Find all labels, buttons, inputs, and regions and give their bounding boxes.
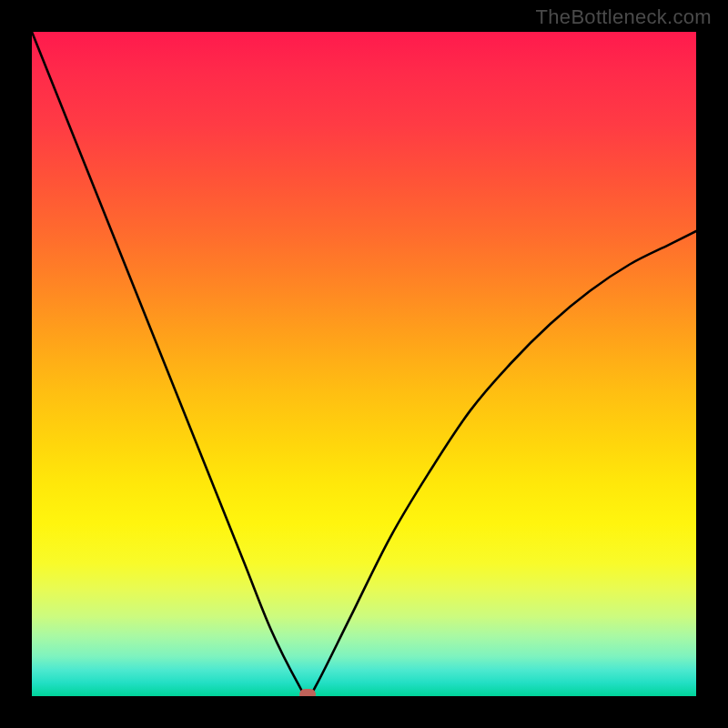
minimum-marker <box>299 689 316 696</box>
watermark-text: TheBottleneck.com <box>536 5 712 29</box>
bottleneck-curve <box>32 32 696 696</box>
chart-frame: TheBottleneck.com <box>0 0 728 728</box>
plot-area <box>32 32 696 696</box>
